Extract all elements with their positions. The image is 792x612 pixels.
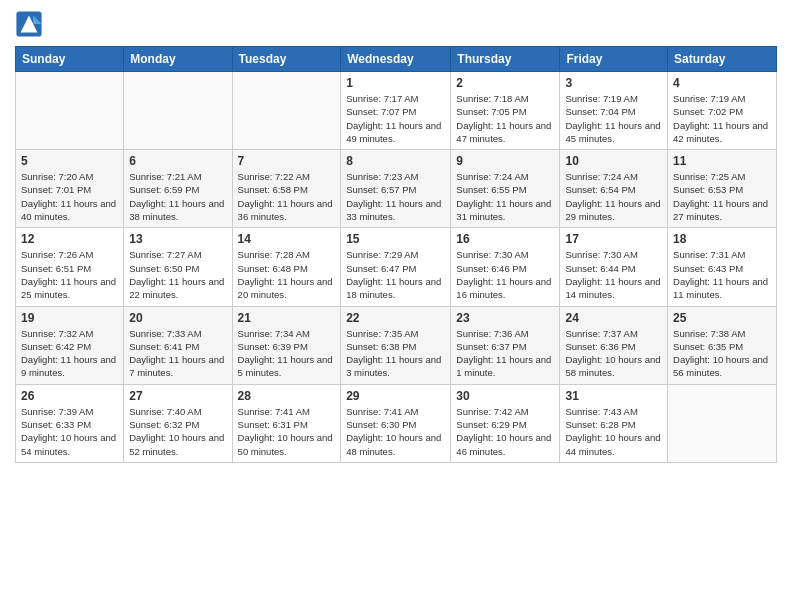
day-number: 5	[21, 154, 118, 168]
day-info: Sunrise: 7:30 AMSunset: 6:44 PMDaylight:…	[565, 248, 662, 301]
day-number: 4	[673, 76, 771, 90]
calendar-cell: 10Sunrise: 7:24 AMSunset: 6:54 PMDayligh…	[560, 150, 668, 228]
calendar-cell	[16, 72, 124, 150]
day-number: 17	[565, 232, 662, 246]
weekday-wednesday: Wednesday	[341, 47, 451, 72]
calendar-cell: 5Sunrise: 7:20 AMSunset: 7:01 PMDaylight…	[16, 150, 124, 228]
header	[15, 10, 777, 38]
day-info: Sunrise: 7:17 AMSunset: 7:07 PMDaylight:…	[346, 92, 445, 145]
calendar-cell	[232, 72, 341, 150]
calendar: SundayMondayTuesdayWednesdayThursdayFrid…	[15, 46, 777, 463]
calendar-cell: 22Sunrise: 7:35 AMSunset: 6:38 PMDayligh…	[341, 306, 451, 384]
calendar-cell: 1Sunrise: 7:17 AMSunset: 7:07 PMDaylight…	[341, 72, 451, 150]
day-number: 23	[456, 311, 554, 325]
day-info: Sunrise: 7:39 AMSunset: 6:33 PMDaylight:…	[21, 405, 118, 458]
day-number: 8	[346, 154, 445, 168]
calendar-week-2: 5Sunrise: 7:20 AMSunset: 7:01 PMDaylight…	[16, 150, 777, 228]
calendar-body: 1Sunrise: 7:17 AMSunset: 7:07 PMDaylight…	[16, 72, 777, 463]
day-number: 13	[129, 232, 226, 246]
day-number: 3	[565, 76, 662, 90]
calendar-week-4: 19Sunrise: 7:32 AMSunset: 6:42 PMDayligh…	[16, 306, 777, 384]
day-info: Sunrise: 7:24 AMSunset: 6:55 PMDaylight:…	[456, 170, 554, 223]
day-number: 6	[129, 154, 226, 168]
calendar-cell: 30Sunrise: 7:42 AMSunset: 6:29 PMDayligh…	[451, 384, 560, 462]
weekday-sunday: Sunday	[16, 47, 124, 72]
weekday-saturday: Saturday	[668, 47, 777, 72]
calendar-cell: 20Sunrise: 7:33 AMSunset: 6:41 PMDayligh…	[124, 306, 232, 384]
calendar-cell: 4Sunrise: 7:19 AMSunset: 7:02 PMDaylight…	[668, 72, 777, 150]
day-number: 20	[129, 311, 226, 325]
day-info: Sunrise: 7:31 AMSunset: 6:43 PMDaylight:…	[673, 248, 771, 301]
calendar-cell: 3Sunrise: 7:19 AMSunset: 7:04 PMDaylight…	[560, 72, 668, 150]
day-number: 18	[673, 232, 771, 246]
day-number: 29	[346, 389, 445, 403]
day-number: 2	[456, 76, 554, 90]
day-number: 12	[21, 232, 118, 246]
day-number: 10	[565, 154, 662, 168]
calendar-cell: 16Sunrise: 7:30 AMSunset: 6:46 PMDayligh…	[451, 228, 560, 306]
weekday-friday: Friday	[560, 47, 668, 72]
calendar-header: SundayMondayTuesdayWednesdayThursdayFrid…	[16, 47, 777, 72]
day-info: Sunrise: 7:21 AMSunset: 6:59 PMDaylight:…	[129, 170, 226, 223]
logo	[15, 10, 47, 38]
calendar-cell: 12Sunrise: 7:26 AMSunset: 6:51 PMDayligh…	[16, 228, 124, 306]
calendar-cell: 2Sunrise: 7:18 AMSunset: 7:05 PMDaylight…	[451, 72, 560, 150]
day-number: 16	[456, 232, 554, 246]
calendar-cell: 19Sunrise: 7:32 AMSunset: 6:42 PMDayligh…	[16, 306, 124, 384]
calendar-cell: 18Sunrise: 7:31 AMSunset: 6:43 PMDayligh…	[668, 228, 777, 306]
day-number: 7	[238, 154, 336, 168]
calendar-cell: 21Sunrise: 7:34 AMSunset: 6:39 PMDayligh…	[232, 306, 341, 384]
day-info: Sunrise: 7:38 AMSunset: 6:35 PMDaylight:…	[673, 327, 771, 380]
calendar-cell: 7Sunrise: 7:22 AMSunset: 6:58 PMDaylight…	[232, 150, 341, 228]
weekday-tuesday: Tuesday	[232, 47, 341, 72]
page-container: SundayMondayTuesdayWednesdayThursdayFrid…	[0, 0, 792, 473]
calendar-cell: 23Sunrise: 7:36 AMSunset: 6:37 PMDayligh…	[451, 306, 560, 384]
day-info: Sunrise: 7:30 AMSunset: 6:46 PMDaylight:…	[456, 248, 554, 301]
day-number: 30	[456, 389, 554, 403]
day-info: Sunrise: 7:36 AMSunset: 6:37 PMDaylight:…	[456, 327, 554, 380]
day-number: 9	[456, 154, 554, 168]
calendar-cell: 13Sunrise: 7:27 AMSunset: 6:50 PMDayligh…	[124, 228, 232, 306]
calendar-cell: 14Sunrise: 7:28 AMSunset: 6:48 PMDayligh…	[232, 228, 341, 306]
day-info: Sunrise: 7:34 AMSunset: 6:39 PMDaylight:…	[238, 327, 336, 380]
calendar-cell: 17Sunrise: 7:30 AMSunset: 6:44 PMDayligh…	[560, 228, 668, 306]
day-info: Sunrise: 7:24 AMSunset: 6:54 PMDaylight:…	[565, 170, 662, 223]
calendar-cell: 25Sunrise: 7:38 AMSunset: 6:35 PMDayligh…	[668, 306, 777, 384]
calendar-cell: 8Sunrise: 7:23 AMSunset: 6:57 PMDaylight…	[341, 150, 451, 228]
day-number: 15	[346, 232, 445, 246]
day-number: 19	[21, 311, 118, 325]
day-info: Sunrise: 7:41 AMSunset: 6:30 PMDaylight:…	[346, 405, 445, 458]
calendar-cell: 27Sunrise: 7:40 AMSunset: 6:32 PMDayligh…	[124, 384, 232, 462]
calendar-week-5: 26Sunrise: 7:39 AMSunset: 6:33 PMDayligh…	[16, 384, 777, 462]
weekday-header-row: SundayMondayTuesdayWednesdayThursdayFrid…	[16, 47, 777, 72]
calendar-cell: 11Sunrise: 7:25 AMSunset: 6:53 PMDayligh…	[668, 150, 777, 228]
weekday-thursday: Thursday	[451, 47, 560, 72]
calendar-cell: 31Sunrise: 7:43 AMSunset: 6:28 PMDayligh…	[560, 384, 668, 462]
calendar-cell: 15Sunrise: 7:29 AMSunset: 6:47 PMDayligh…	[341, 228, 451, 306]
day-number: 1	[346, 76, 445, 90]
day-info: Sunrise: 7:43 AMSunset: 6:28 PMDaylight:…	[565, 405, 662, 458]
day-number: 22	[346, 311, 445, 325]
day-info: Sunrise: 7:19 AMSunset: 7:04 PMDaylight:…	[565, 92, 662, 145]
day-info: Sunrise: 7:41 AMSunset: 6:31 PMDaylight:…	[238, 405, 336, 458]
day-info: Sunrise: 7:23 AMSunset: 6:57 PMDaylight:…	[346, 170, 445, 223]
day-number: 25	[673, 311, 771, 325]
day-number: 31	[565, 389, 662, 403]
day-number: 26	[21, 389, 118, 403]
weekday-monday: Monday	[124, 47, 232, 72]
day-number: 24	[565, 311, 662, 325]
calendar-cell: 29Sunrise: 7:41 AMSunset: 6:30 PMDayligh…	[341, 384, 451, 462]
calendar-cell: 9Sunrise: 7:24 AMSunset: 6:55 PMDaylight…	[451, 150, 560, 228]
day-number: 21	[238, 311, 336, 325]
calendar-cell: 28Sunrise: 7:41 AMSunset: 6:31 PMDayligh…	[232, 384, 341, 462]
day-info: Sunrise: 7:37 AMSunset: 6:36 PMDaylight:…	[565, 327, 662, 380]
day-info: Sunrise: 7:19 AMSunset: 7:02 PMDaylight:…	[673, 92, 771, 145]
calendar-cell	[124, 72, 232, 150]
day-info: Sunrise: 7:27 AMSunset: 6:50 PMDaylight:…	[129, 248, 226, 301]
day-number: 14	[238, 232, 336, 246]
calendar-week-3: 12Sunrise: 7:26 AMSunset: 6:51 PMDayligh…	[16, 228, 777, 306]
day-info: Sunrise: 7:26 AMSunset: 6:51 PMDaylight:…	[21, 248, 118, 301]
logo-icon	[15, 10, 43, 38]
calendar-cell: 24Sunrise: 7:37 AMSunset: 6:36 PMDayligh…	[560, 306, 668, 384]
day-info: Sunrise: 7:33 AMSunset: 6:41 PMDaylight:…	[129, 327, 226, 380]
